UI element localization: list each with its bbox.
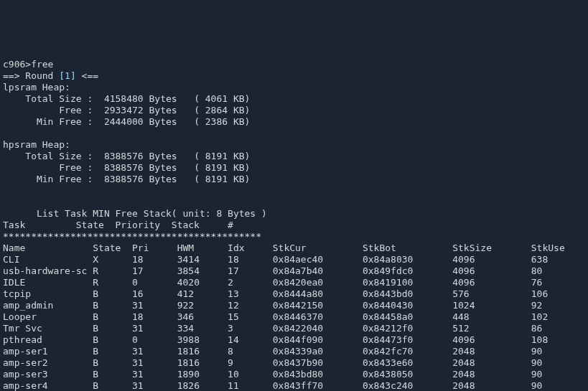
cell-2: 16 [132,288,177,299]
cell-6: 0x849fdc0 [363,265,452,276]
table-row: CLI X 18 3414 18 0x84aec40 0x84a8030 409… [3,254,548,265]
cell-4: 3 [228,323,273,334]
col-header-8: StkUse [531,242,565,253]
cell-2: 31 [132,369,177,380]
heap-row-bytes: 8388576 Bytes [104,174,194,184]
heap-row-label: Free : [3,162,104,173]
heap-row-label: Min Free : [3,116,104,127]
cell-6: 0x84212f0 [363,323,452,334]
cell-6: 0x8443bd0 [363,288,452,299]
col-header-3: HWM [177,242,228,253]
cell-7: 2048 [452,380,531,391]
cell-5: 0x8446370 [273,311,363,322]
cell-4: 10 [228,369,273,380]
cell-7: 4096 [452,334,531,345]
cell-7: 448 [452,311,531,322]
cell-2: 18 [132,311,177,322]
cell-1: B [93,334,132,345]
heap-row-kb: ( 4061 KB) [194,93,250,104]
cell-5: 0x8442150 [273,300,363,311]
cell-0: amp_admin [3,300,93,311]
col-header-4: Idx [228,242,273,253]
cell-6: 0x84458a0 [363,311,452,322]
cell-2: 31 [132,357,177,368]
cell-7: 2048 [452,357,531,368]
cell-8: 108 [531,334,548,345]
cell-3: 922 [177,300,228,311]
cell-1: R [93,277,132,288]
cell-8: 76 [531,277,543,288]
cell-1: B [93,323,132,334]
heap-row-label: Total Size : [3,93,104,104]
cell-3: 3988 [177,334,228,345]
heap-name-1: hpsram Heap: [3,139,70,150]
cell-7: 512 [452,323,531,334]
heap-row-bytes: 4158480 Bytes [104,93,194,104]
col-header-0: Name [3,242,93,253]
table-row: IDLE R 0 4020 2 0x8420ea0 0x8419100 4096… [3,277,542,288]
cell-3: 334 [177,323,228,334]
cell-5: 0x84339a0 [273,346,363,357]
cell-2: 31 [132,380,177,391]
table-row: tcpip B 16 412 13 0x8444a80 0x8443bd0 57… [3,288,548,299]
cell-3: 346 [177,311,228,322]
heap-row-kb: ( 2386 KB) [194,116,250,127]
round-prefix: ==> Round [3,70,59,81]
cell-1: B [93,300,132,311]
cell-4: 11 [228,380,273,391]
cell-5: 0x843ff70 [273,380,363,391]
cell-5: 0x8420ea0 [273,277,363,288]
cell-2: 31 [132,323,177,334]
table-row: Looper B 18 346 15 0x8446370 0x84458a0 4… [3,311,548,322]
cell-0: usb-hardware-sc [3,265,93,276]
table-header: Name State Pri HWM Idx StkCur StkBot Stk… [3,242,565,253]
task-separator: ****************************************… [3,231,261,242]
cell-1: B [93,311,132,322]
cell-4: 2 [228,277,273,288]
cell-4: 8 [228,346,273,357]
col-header-2: Pri [132,242,177,253]
cell-2: 17 [132,265,177,276]
cell-8: 90 [531,380,543,391]
cell-4: 14 [228,334,273,345]
cell-7: 1024 [452,300,531,311]
cell-1: B [93,357,132,368]
cell-5: 0x8444a80 [273,288,363,299]
cell-0: amp-ser1 [3,346,93,357]
cell-0: IDLE [3,277,93,288]
table-row: amp-ser2 B 31 1816 9 0x8437b90 0x8433e60… [3,357,542,368]
command-input[interactable]: free [31,59,53,70]
round-suffix: <== [76,70,98,81]
cell-2: 0 [132,334,177,345]
cell-8: 90 [531,346,543,357]
cell-0: tcpip [3,288,93,299]
cell-6: 0x8440430 [363,300,452,311]
cell-3: 1826 [177,380,228,391]
cell-3: 412 [177,288,228,299]
table-row: amp-ser3 B 31 1890 10 0x843bd80 0x843805… [3,369,542,380]
cell-8: 90 [531,357,543,368]
cell-1: X [93,254,132,265]
cell-7: 4096 [452,254,531,265]
cell-4: 15 [228,311,273,322]
cell-6: 0x84a8030 [363,254,452,265]
cell-4: 12 [228,300,273,311]
round-number: [1] [59,70,75,81]
cell-6: 0x842fc70 [363,346,452,357]
table-row: Tmr Svc B 31 334 3 0x8422040 0x84212f0 5… [3,323,542,334]
cell-8: 106 [531,288,548,299]
heap-row-kb: ( 8191 KB) [194,151,250,161]
cell-6: 0x84473f0 [363,334,452,345]
heap-row-bytes: 8388576 Bytes [104,162,194,173]
col-header-6: StkBot [363,242,452,253]
cell-2: 0 [132,277,177,288]
cell-7: 2048 [452,346,531,357]
heap-row-bytes: 2444000 Bytes [104,116,194,127]
cell-0: amp-ser2 [3,357,93,368]
cell-5: 0x844f090 [273,334,363,345]
cell-5: 0x8437b90 [273,357,363,368]
cell-0: amp-ser4 [3,380,93,391]
terminal-output[interactable]: c906>free ==> Round [1] <== lpsram Heap:… [0,57,588,391]
cell-1: B [93,288,132,299]
table-row: usb-hardware-sc R 17 3854 17 0x84a7b40 0… [3,265,542,276]
